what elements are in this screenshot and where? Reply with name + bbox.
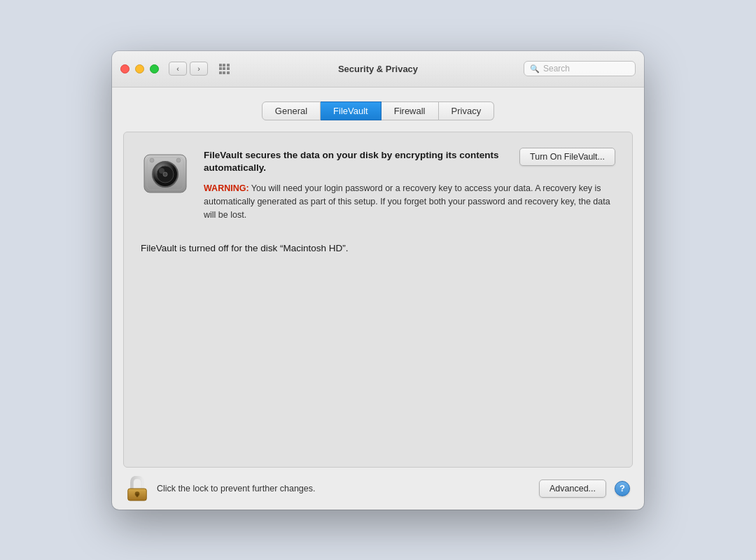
- lock-description: Click the lock to prevent further change…: [157, 484, 531, 493]
- tab-filevault[interactable]: FileVault: [321, 102, 382, 120]
- search-icon: 🔍: [530, 64, 540, 74]
- search-box[interactable]: 🔍: [524, 61, 636, 76]
- back-button[interactable]: ‹: [169, 62, 187, 76]
- window-title: Security & Privacy: [338, 64, 418, 74]
- search-input[interactable]: [543, 64, 629, 74]
- tab-general[interactable]: General: [262, 102, 321, 120]
- svg-point-7: [176, 158, 181, 162]
- forward-button[interactable]: ›: [190, 62, 208, 76]
- filevault-header: Turn On FileVault... FileVault secures t…: [141, 149, 615, 222]
- svg-point-6: [150, 158, 154, 162]
- warning-label: WARNING:: [204, 183, 249, 193]
- filevault-status: FileVault is turned off for the disk “Ma…: [141, 243, 615, 253]
- titlebar: ‹ › Security & Privacy 🔍: [112, 51, 644, 88]
- help-button[interactable]: ?: [615, 481, 630, 496]
- warning-body: You will need your login password or a r…: [204, 183, 610, 220]
- lock-icon[interactable]: [126, 476, 148, 501]
- nav-buttons: ‹ ›: [169, 62, 208, 76]
- main-window: ‹ › Security & Privacy 🔍 General FileVau…: [112, 51, 644, 510]
- advanced-button[interactable]: Advanced...: [539, 479, 606, 498]
- tab-privacy[interactable]: Privacy: [439, 102, 495, 120]
- tab-firewall[interactable]: Firewall: [382, 102, 439, 120]
- grid-icon: [219, 64, 230, 74]
- svg-point-5: [163, 172, 167, 176]
- turn-on-filevault-button[interactable]: Turn On FileVault...: [519, 148, 615, 166]
- filevault-panel: Turn On FileVault... FileVault secures t…: [123, 132, 633, 468]
- close-button[interactable]: [120, 64, 130, 74]
- traffic-lights: [120, 64, 159, 74]
- tab-bar: General FileVault Firewall Privacy: [112, 102, 644, 120]
- header-content: Turn On FileVault... FileVault secures t…: [204, 149, 615, 222]
- warning-text: WARNING: You will need your login passwo…: [204, 182, 615, 221]
- disk-icon: [141, 149, 190, 198]
- maximize-button[interactable]: [150, 64, 159, 74]
- content-area: General FileVault Firewall Privacy: [112, 88, 644, 510]
- svg-rect-10: [136, 493, 139, 497]
- bottom-bar: Click the lock to prevent further change…: [112, 468, 644, 510]
- grid-view-button[interactable]: [215, 62, 233, 76]
- minimize-button[interactable]: [135, 64, 144, 74]
